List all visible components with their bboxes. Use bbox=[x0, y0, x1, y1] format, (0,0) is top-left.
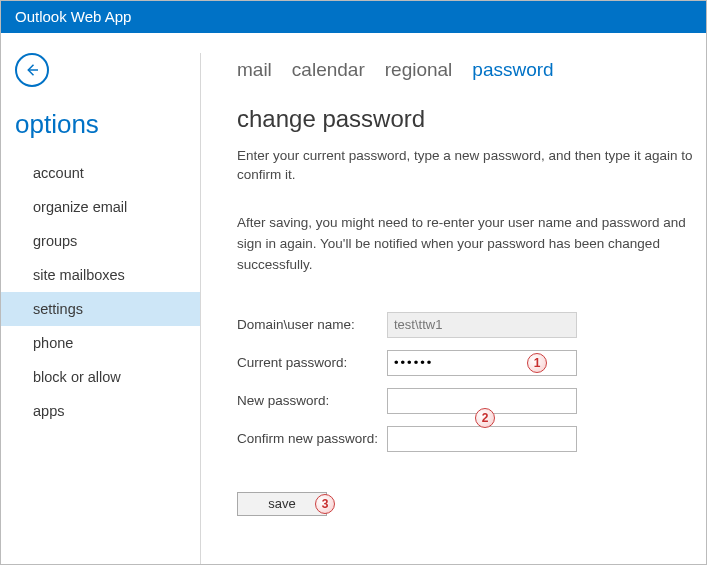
row-save: save 3 bbox=[237, 492, 706, 516]
tab-regional[interactable]: regional bbox=[385, 59, 453, 81]
confirm-password-label: Confirm new password: bbox=[237, 431, 387, 446]
domain-user-field bbox=[387, 312, 577, 338]
back-button[interactable] bbox=[15, 53, 49, 87]
sidebar-item-account[interactable]: account bbox=[15, 156, 200, 190]
sidebar-item-label: organize email bbox=[33, 199, 127, 215]
new-password-label: New password: bbox=[237, 393, 387, 408]
sidebar-item-label: site mailboxes bbox=[33, 267, 125, 283]
sidebar-item-label: phone bbox=[33, 335, 73, 351]
sidebar-item-apps[interactable]: apps bbox=[15, 394, 200, 428]
tab-calendar[interactable]: calendar bbox=[292, 59, 365, 81]
sidebar-item-label: groups bbox=[33, 233, 77, 249]
sidebar-item-block-or-allow[interactable]: block or allow bbox=[15, 360, 200, 394]
page-description-2: After saving, you might need to re-enter… bbox=[237, 213, 706, 276]
tab-mail[interactable]: mail bbox=[237, 59, 272, 81]
row-current-password: Current password: 1 bbox=[237, 350, 706, 376]
sidebar-item-organize-email[interactable]: organize email bbox=[15, 190, 200, 224]
content-area: options account organize email groups si… bbox=[1, 33, 706, 564]
app-title: Outlook Web App bbox=[15, 8, 131, 25]
sidebar-item-groups[interactable]: groups bbox=[15, 224, 200, 258]
save-button[interactable]: save bbox=[237, 492, 327, 516]
new-password-field[interactable] bbox=[387, 388, 577, 414]
row-confirm-password: Confirm new password: 2 bbox=[237, 426, 706, 452]
current-password-field[interactable] bbox=[387, 350, 577, 376]
sidebar: options account organize email groups si… bbox=[1, 53, 201, 564]
sidebar-item-site-mailboxes[interactable]: site mailboxes bbox=[15, 258, 200, 292]
sidebar-item-label: account bbox=[33, 165, 84, 181]
sidebar-item-phone[interactable]: phone bbox=[15, 326, 200, 360]
domain-user-label: Domain\user name: bbox=[237, 317, 387, 332]
options-heading: options bbox=[15, 109, 200, 140]
page-title: change password bbox=[237, 105, 706, 133]
confirm-password-field[interactable] bbox=[387, 426, 577, 452]
sidebar-item-settings[interactable]: settings bbox=[1, 292, 200, 326]
sidebar-item-label: block or allow bbox=[33, 369, 121, 385]
arrow-left-icon bbox=[23, 61, 41, 79]
save-button-label: save bbox=[268, 496, 295, 511]
row-new-password: New password: bbox=[237, 388, 706, 414]
row-domain-user: Domain\user name: bbox=[237, 312, 706, 338]
current-password-label: Current password: bbox=[237, 355, 387, 370]
page-description-1: Enter your current password, type a new … bbox=[237, 147, 706, 185]
sidebar-nav: account organize email groups site mailb… bbox=[15, 156, 200, 428]
settings-tabs: mail calendar regional password bbox=[237, 59, 706, 81]
app-header: Outlook Web App bbox=[1, 1, 706, 33]
main-panel: mail calendar regional password change p… bbox=[201, 53, 706, 564]
sidebar-item-label: apps bbox=[33, 403, 64, 419]
tab-password[interactable]: password bbox=[472, 59, 553, 81]
sidebar-item-label: settings bbox=[33, 301, 83, 317]
